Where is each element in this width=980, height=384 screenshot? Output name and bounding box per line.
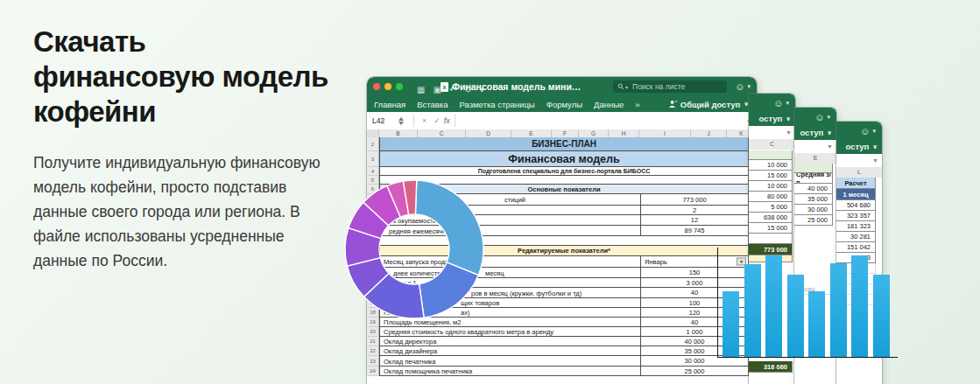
bar-6 [830,263,847,357]
ribbon-tab-данные[interactable]: Данные [594,100,624,109]
donut-chart [337,172,495,330]
search-input[interactable] [631,81,723,92]
ribbon-overflow-button[interactable]: » [635,100,639,109]
cancel-icon[interactable]: × [422,116,427,125]
row-number[interactable]: 2 [367,137,379,151]
cell-value: 773 000 [641,194,749,206]
feedback-smiley-button[interactable]: ☺ ▾ [814,111,830,123]
feedback-smiley-button[interactable]: ☺ ▾ [860,125,876,137]
grid-icon[interactable]: ▦ [417,85,425,94]
window-4-ribbon: оступ∨ [836,139,882,154]
bar-chart [714,245,898,360]
cell-value: 30 000 [794,205,833,215]
cell-value: 638 000 [749,213,793,223]
cell-value: 15 000 [749,171,793,181]
window-2-titlebar: ☺ ▾ [749,94,795,111]
window-3-titlebar: ☺ ▾ [794,108,836,125]
sheet-search[interactable]: ▾ [613,80,727,93]
hero-description: Получите индивидуальную финансовую модел… [33,150,327,273]
enter-icon[interactable]: ✓ [434,116,441,125]
window-2-formula-bar: ▼ [749,126,795,140]
row-number[interactable]: 23 [367,356,379,367]
cell-value: 89 745 [641,226,749,236]
bar-5 [808,291,825,357]
formula-bar-caret-icon: ▼ [827,143,833,150]
sheet-row: Оклад помощника печатника25 000 [379,367,749,376]
row-label-cell: Оклад печатника [379,356,641,367]
cell-value: 5 000 [749,202,793,213]
row-label-fragment: Оклад дизайнера [384,347,437,355]
select-all-corner[interactable] [367,129,379,137]
feedback-smiley-button[interactable]: ☺ ▾ [773,97,789,109]
feedback-smiley-button[interactable]: ☺ ▾ [735,80,751,93]
name-box-stepper[interactable] [398,117,404,125]
smiley-icon: ☺ [735,81,744,92]
share-button[interactable]: Общий доступ ∨ [668,100,749,109]
cell-value: 12 [641,215,749,226]
page-title: Скачатьфинансовую моделькофейни [33,24,349,129]
share-label-tail: оступ [758,114,782,123]
cell-value: 2 [641,206,749,215]
row-number[interactable]: 24 [367,367,379,376]
zoom-button[interactable] [396,83,403,90]
name-box[interactable]: L42 [367,116,398,125]
column-header-B[interactable]: B [379,129,418,137]
person-plus-icon [668,100,678,108]
row-number[interactable]: 21 [367,337,379,346]
cell-value: 10 000 [749,181,793,192]
row-label-fragment: Оклад печатника [384,357,436,365]
bar-1 [723,291,739,357]
page-title-line: Скачать [33,25,145,58]
cell-value [794,164,833,173]
chevron-down-icon: ∨ [827,129,832,136]
bar-3 [765,255,782,357]
column-header-D[interactable]: D [466,129,511,137]
cell-value: 10 000 [749,160,793,171]
ribbon-tab-главная[interactable]: Главная [374,100,405,109]
cell-value: 316 060 [749,361,793,373]
cell-value: 25 000 [641,367,749,376]
document-title: Финансовая модель мини… [452,81,581,92]
bar-8 [873,275,890,357]
ribbon-tab-формулы[interactable]: Формулы [546,100,582,109]
cell-value: Средняя з/п [794,173,833,184]
sheet-row: Оклад дизайнера35 000 [379,346,749,356]
cell-value: 1 месяц [836,189,876,200]
row-label-fragment: Оклад директора [384,338,436,346]
sheet-banner: БИЗНЕС-ПЛАН [379,137,749,151]
fx-icon[interactable]: fx [444,116,450,125]
cell-value: 181 323 [836,221,876,232]
column-header-C[interactable]: C [418,129,466,137]
ribbon-tab-разметка-страницы[interactable]: Разметка страницы [459,100,534,109]
cell-value [749,150,793,160]
cell-value: Расчет [836,178,876,189]
sheet-row: Оклад директора40 000 [379,337,749,346]
window-4-titlebar: ☺ ▾ [836,122,882,139]
chevron-down-icon: ∨ [786,115,791,122]
column-header-I[interactable]: I [639,129,691,137]
document-icon: x [441,82,448,92]
bar-2 [744,264,761,357]
cell-value [749,234,793,244]
column-header-E[interactable]: E [511,129,552,137]
hero-copy: Скачатьфинансовую моделькофейни Получите… [33,24,349,273]
ribbon-tab-bar: ГлавнаяВставкаРазметка страницыФормулыДа… [367,96,757,112]
column-header-J[interactable]: J [691,129,727,137]
bar-4 [787,275,804,357]
cell-value: 323 357 [836,211,876,221]
bar-chart-y-axis [717,248,718,358]
row-label-cell: Оклад директора [379,337,641,346]
row-label-cell: Оклад помощника печатника [379,367,641,376]
minimize-button[interactable] [384,83,391,90]
close-button[interactable] [373,83,380,90]
column-header-G[interactable]: G [579,129,609,137]
search-icon [617,83,624,90]
column-header-F[interactable]: F [552,129,579,137]
row-number[interactable]: 22 [367,346,379,356]
row-number[interactable]: 3 [367,151,379,167]
window-2-ribbon: оступ∨ [749,111,795,126]
column-header-H[interactable]: H [609,129,639,137]
donut-slice-1 [415,180,483,275]
ribbon-tab-вставка[interactable]: Вставка [417,100,448,109]
cell-value: 504 680 [836,200,876,211]
